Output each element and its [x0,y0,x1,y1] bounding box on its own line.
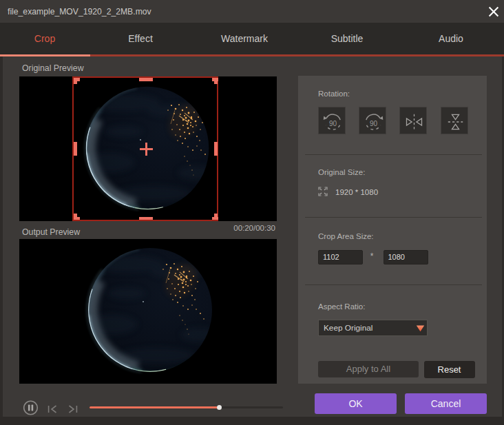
svg-text:90: 90 [329,120,337,127]
svg-text:90: 90 [370,120,378,127]
